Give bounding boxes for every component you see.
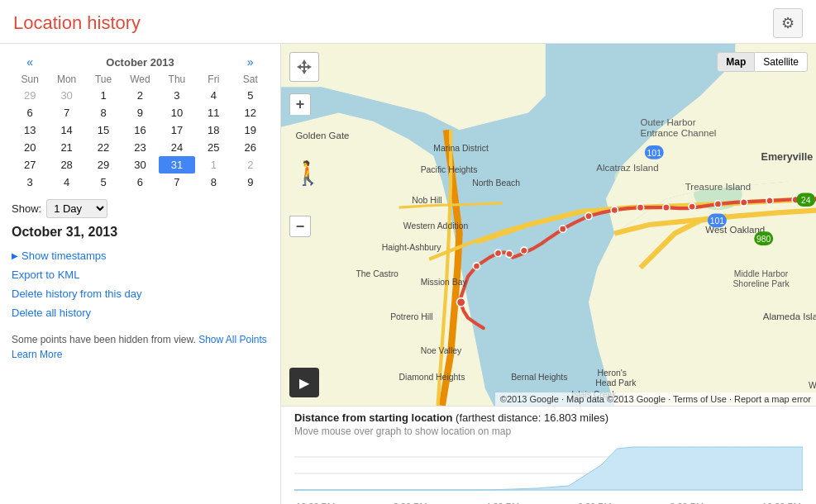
report-map-error-link[interactable]: Report a map error — [734, 394, 811, 404]
calendar-day-cell[interactable]: 31 — [159, 156, 195, 174]
calendar-day-cell[interactable]: 21 — [48, 139, 84, 156]
calendar-day-header: Wed — [122, 72, 158, 87]
calendar-day-cell[interactable]: 29 — [12, 87, 48, 104]
calendar-day-cell[interactable]: 5 — [232, 87, 269, 104]
calendar-day-cell[interactable]: 8 — [195, 174, 231, 191]
calendar-day-cell[interactable]: 16 — [122, 121, 158, 139]
show-label: Show: — [12, 202, 41, 215]
calendar-day-cell[interactable]: 4 — [195, 87, 231, 104]
zoom-out-button[interactable]: − — [289, 216, 311, 237]
calendar-day-cell[interactable]: 14 — [48, 121, 84, 139]
show-all-points-link[interactable]: Show All Points — [198, 334, 267, 345]
calendar-day-cell[interactable]: 15 — [85, 121, 122, 139]
calendar-day-cell[interactable]: 7 — [159, 174, 195, 191]
calendar-day-cell[interactable]: 28 — [48, 156, 84, 174]
gear-icon: ⚙ — [781, 14, 795, 32]
chart-farthest: (farthest distance: 16.803 miles) — [456, 411, 608, 424]
svg-point-8 — [473, 263, 480, 269]
calendar-day-cell[interactable]: 2 — [122, 87, 158, 104]
delete-history-day-link[interactable]: Delete history from this day — [12, 288, 269, 300]
calendar-day-cell[interactable]: 20 — [12, 139, 48, 156]
svg-point-20 — [766, 197, 773, 204]
terms-of-use-link[interactable]: Terms of Use — [673, 394, 727, 404]
chart-graph[interactable] — [294, 440, 803, 500]
svg-text:980: 980 — [756, 235, 771, 244]
calendar-day-cell[interactable]: 8 — [85, 104, 122, 121]
map-view-button[interactable]: Map — [717, 52, 754, 72]
calendar-day-cell[interactable]: 3 — [12, 174, 48, 191]
svg-text:Western Addition: Western Addition — [403, 221, 469, 231]
learn-more-link[interactable]: Learn More — [12, 349, 62, 360]
chart-subtitle: Move mouse over graph to show location o… — [294, 426, 803, 437]
calendar-day-cell[interactable]: 17 — [159, 121, 195, 139]
calendar-day-cell[interactable]: 9 — [122, 104, 158, 121]
svg-text:Woodstock Park: Woodstock Park — [809, 381, 816, 390]
calendar-day-cell[interactable]: 25 — [195, 139, 231, 156]
date-label: October 31, 2013 — [12, 225, 269, 240]
svg-text:Treasure Island: Treasure Island — [685, 182, 751, 192]
calendar-day-cell[interactable]: 9 — [232, 174, 269, 191]
calendar-day-header: Sat — [232, 72, 269, 87]
export-kml-link[interactable]: Export to KML — [12, 269, 269, 281]
calendar-day-cell[interactable]: 10 — [159, 104, 195, 121]
svg-text:101: 101 — [710, 216, 725, 226]
zoom-in-button[interactable]: + — [289, 93, 311, 115]
svg-text:Golden Gate: Golden Gate — [295, 131, 349, 140]
timestamps-arrow-icon: ▶ — [12, 251, 18, 260]
calendar-week-row: 13141516171819 — [12, 121, 269, 139]
svg-text:101: 101 — [647, 149, 662, 158]
calendar-day-cell[interactable]: 22 — [85, 139, 122, 156]
calendar-day-cell[interactable]: 27 — [12, 156, 48, 174]
calendar-day-cell[interactable]: 5 — [85, 174, 122, 191]
calendar-week-row: 3456789 — [12, 174, 269, 191]
svg-text:Alameda Island: Alameda Island — [763, 311, 816, 321]
svg-text:Haight-Ashbury: Haight-Ashbury — [382, 243, 442, 252]
map[interactable]: Alcatraz Island Treasure Island Emeryvil… — [281, 44, 816, 406]
calendar-day-cell[interactable]: 1 — [195, 156, 231, 174]
pegman-icon[interactable]: 🚶 — [293, 159, 322, 187]
svg-text:Nob Hill: Nob Hill — [412, 196, 441, 205]
calendar-day-cell[interactable]: 3 — [159, 87, 195, 104]
calendar-day-cell[interactable]: 18 — [195, 121, 231, 139]
calendar-day-cell[interactable]: 19 — [232, 121, 269, 139]
calendar-day-cell[interactable]: 7 — [48, 104, 84, 121]
show-timestamps-label: Show timestamps — [21, 250, 107, 262]
calendar-day-cell[interactable]: 2 — [232, 156, 269, 174]
calendar-day-cell[interactable]: 24 — [159, 139, 195, 156]
calendar-day-header: Thu — [159, 72, 195, 87]
calendar-next-button[interactable]: » — [232, 52, 269, 72]
svg-point-12 — [560, 226, 566, 232]
delete-all-history-link[interactable]: Delete all history — [12, 307, 269, 319]
calendar-day-cell[interactable]: 4 — [48, 174, 84, 191]
settings-button[interactable]: ⚙ — [773, 8, 803, 38]
calendar-day-cell[interactable]: 11 — [195, 104, 231, 121]
svg-point-19 — [741, 199, 747, 206]
calendar-day-cell[interactable]: 23 — [122, 139, 158, 156]
svg-text:North Beach: North Beach — [472, 178, 520, 188]
calendar-prev-button[interactable]: « — [12, 52, 48, 72]
calendar-day-cell[interactable]: 26 — [232, 139, 269, 156]
calendar-day-cell[interactable]: 13 — [12, 121, 48, 139]
chart-title: Distance from starting location (farthes… — [294, 411, 803, 424]
svg-text:Heron's: Heron's — [597, 368, 627, 377]
show-select[interactable]: 1 Day 2 Days 3 Days 1 Week — [46, 199, 107, 218]
calendar-day-cell[interactable]: 12 — [232, 104, 269, 121]
svg-text:Emeryville: Emeryville — [761, 151, 814, 163]
calendar-day-cell[interactable]: 6 — [12, 104, 48, 121]
calendar-day-cell[interactable]: 30 — [48, 87, 84, 104]
svg-text:The Castro: The Castro — [356, 269, 398, 278]
map-pan-control[interactable] — [289, 52, 319, 82]
show-timestamps-toggle[interactable]: ▶ Show timestamps — [12, 250, 269, 262]
calendar: « October 2013 » SunMonTueWedThuFriSat 2… — [12, 52, 269, 191]
calendar-day-cell[interactable]: 30 — [122, 156, 158, 174]
calendar-day-cell[interactable]: 6 — [122, 174, 158, 191]
satellite-view-button[interactable]: Satellite — [754, 52, 808, 72]
svg-text:Head Park: Head Park — [595, 378, 637, 388]
calendar-day-cell[interactable]: 29 — [85, 156, 122, 174]
calendar-body: 2930123456789101112131415161718192021222… — [12, 87, 269, 191]
calendar-day-cell[interactable]: 1 — [85, 87, 122, 104]
svg-point-18 — [714, 201, 721, 207]
svg-marker-61 — [297, 59, 312, 74]
svg-point-9 — [494, 250, 501, 256]
play-button[interactable]: ▶ — [289, 368, 319, 397]
